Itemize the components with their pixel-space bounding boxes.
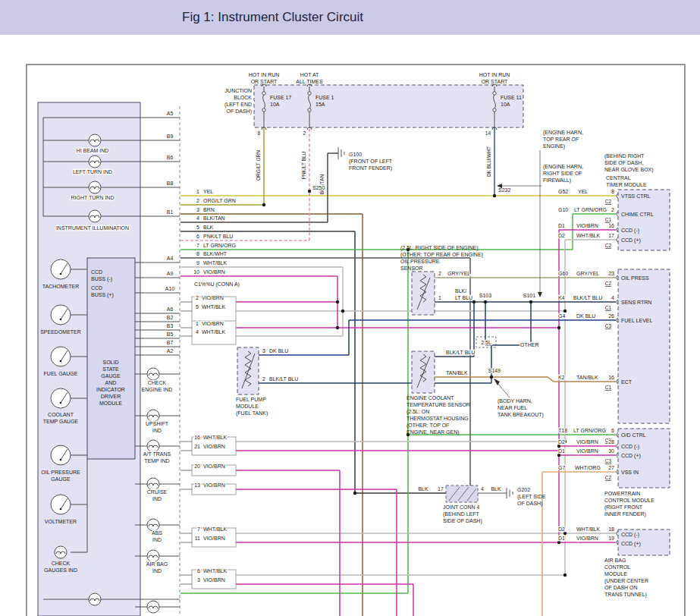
ccd-buss-plus: BUSS (+) — [91, 292, 114, 298]
wire-color: ORG/LT GRN — [203, 198, 236, 203]
module-function: ECT — [621, 379, 633, 385]
module-function: CHIME CTRL — [621, 212, 654, 217]
wire-color: BRN — [203, 207, 215, 212]
wire-color: BLK/ — [455, 288, 466, 294]
circuit-ref: D2 — [558, 233, 565, 238]
module-caption: (RIGHT FRONT — [604, 504, 643, 511]
ground-label: OF DASH) — [517, 501, 542, 507]
module-caption: INNER FENDER) — [604, 511, 646, 517]
note: TANK BREAKOUT) — [498, 412, 544, 418]
indicator-label: RIGHT TURN IND — [71, 195, 115, 200]
ccd-buss-plus: CCD — [91, 285, 102, 291]
warning-lamp-label: ABS — [152, 530, 162, 536]
note: (ENGINE HARN, — [543, 164, 583, 170]
splice-label: S232 — [498, 187, 510, 193]
warning-lamp-label: ENGINE IND — [142, 387, 173, 392]
junction-label: BLOCK — [234, 95, 252, 100]
circuit-ref: D1 — [558, 536, 565, 541]
wire-color: WHT/BLK — [576, 526, 600, 532]
module-caption: (UNDER CENTER — [604, 578, 648, 584]
cluster-pin: B2 — [167, 315, 174, 320]
module-pin: 8 — [611, 189, 614, 194]
note: ENGINE) — [543, 143, 565, 149]
note: SIDE OF DASH) — [443, 518, 482, 524]
junction-block-box — [254, 85, 523, 127]
fuse-pin: 14 — [485, 130, 491, 136]
sensor-caption: (FUEL TANK) — [236, 410, 268, 416]
gauge-label: CHECK — [52, 561, 71, 566]
wire-color: BLK/LT BLU — [269, 376, 298, 382]
wire-color: VIO/BRN — [576, 536, 598, 541]
wire-color: VIO/BRN — [576, 439, 598, 445]
gauge-label: TEMP GAUGE — [43, 419, 79, 424]
sensor-pin: 2 — [438, 271, 441, 276]
module-function: CCD (+) — [621, 453, 641, 459]
sensor-caption: FUEL PUMP — [236, 397, 266, 402]
module-pin: 4 — [611, 295, 614, 300]
wire-color: WHT/BLK — [203, 260, 227, 266]
module-pin: 2 — [611, 207, 614, 212]
wire-color: BLK/LT BLU — [446, 350, 475, 355]
module-pin: 16 — [608, 375, 614, 380]
warning-lamp-label: AIR BAG — [146, 561, 168, 567]
module-pin: 19 — [608, 536, 614, 541]
wire-color: YEL — [578, 189, 588, 194]
connector-ref: C1 — [605, 385, 612, 390]
ccd-buss-minus: CCD — [91, 269, 102, 275]
sensor-pin: 2 — [262, 376, 265, 382]
circuit-diagram: A5 B9 B6 B8 B1 HI BEAM IND LEFT TURN IND… — [0, 0, 700, 616]
circuit-ref: D2 — [558, 439, 565, 445]
variant-label: 2.5L — [481, 340, 491, 345]
conn-pin: 4 — [481, 486, 484, 492]
gauge-label: COOLANT — [48, 412, 74, 417]
power-feed-label: HOT IN RUN — [249, 72, 280, 77]
ground-label: (FRONT OF LEFT — [349, 159, 393, 165]
wire-color: LT BLU — [455, 295, 472, 300]
power-feed-label: HOT AT — [300, 72, 319, 77]
conn-pin: 13 — [194, 482, 200, 488]
fuse-name: FUSE 1 — [315, 95, 334, 100]
conn-pin: 7 — [197, 526, 200, 532]
circuit-ref: D1 — [558, 223, 565, 228]
module-function: CCD (+) — [621, 541, 641, 547]
conn-pin: 5 — [196, 225, 199, 230]
connector-ref: C2 — [605, 199, 612, 204]
module-caption: AIR BAG — [604, 558, 626, 563]
splice-label: S149 — [488, 368, 501, 373]
module-caption: CONTROL MODULE — [604, 498, 654, 503]
module-name: MODULE — [99, 401, 122, 406]
wire-color: TAN/BLK — [576, 375, 598, 380]
conn-pin: 4 — [196, 215, 199, 221]
wire-color-label: DK BLU/WHT — [486, 146, 491, 177]
module-function: FUEL LEVEL — [621, 318, 652, 323]
wire-color: WHT/BLK — [203, 526, 227, 532]
wire-color: LT GRN/ORG — [203, 243, 236, 248]
circuit-ref: D1 — [558, 448, 565, 454]
module-pin: 17 — [608, 233, 614, 238]
circuit-ref: G60 — [558, 271, 568, 276]
cluster-pin: B1 — [167, 209, 174, 215]
connector-ref: C3 — [605, 458, 612, 464]
module-pin: 26 — [608, 313, 614, 319]
note: NEAR FUEL — [498, 405, 527, 410]
module-caption: MODULE — [604, 571, 627, 577]
wire-color: WHT/BLK — [202, 304, 225, 310]
cluster-pin: A2 — [167, 348, 174, 354]
module-function: O/D CTRL — [621, 432, 646, 438]
module-pin: 6 — [611, 428, 614, 433]
gauge-label: TACHOMETER — [42, 284, 79, 289]
circuit-ref: D2 — [558, 526, 565, 532]
circuit-ref: G10 — [558, 207, 568, 212]
warning-lamp-label: A/T TRANS — [143, 451, 171, 457]
gauge-label: FUEL GAUGE — [44, 371, 78, 376]
conn-pin: 21 — [194, 444, 200, 449]
wire-color: BLK/WHT — [203, 251, 228, 256]
fuse-rating: 10A — [501, 102, 510, 107]
cluster-pin: A5 — [167, 111, 174, 116]
warning-lamp-label: IND — [152, 496, 162, 501]
warning-lamp-label: CRUISE — [147, 489, 168, 495]
sensor-caption: TEMPERATURE SENSOR — [407, 402, 470, 407]
conn-pin: 10 — [193, 269, 199, 275]
power-feed-label: OR START — [251, 79, 278, 84]
cluster-pin: B9 — [167, 134, 174, 139]
